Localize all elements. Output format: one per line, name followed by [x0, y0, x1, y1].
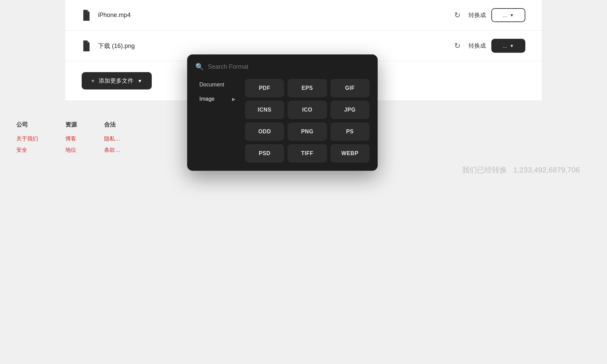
add-files-label: 添加更多文件: [99, 77, 133, 85]
counter-prefix: 我们已经转换: [462, 166, 507, 174]
file-icon-1: [82, 10, 91, 21]
refresh-icon-1[interactable]: ↻: [454, 11, 460, 20]
format-webp[interactable]: WEBP: [330, 144, 370, 163]
footer-resources-title: 资源: [65, 121, 77, 129]
format-ico[interactable]: ICO: [288, 101, 327, 119]
dropdown-body: Document Image ▶ PDF EPS GIF ICNS ICO JP…: [195, 79, 370, 163]
footer-company-title: 公司: [16, 121, 38, 129]
chevron-icon-2: ▼: [510, 44, 514, 48]
category-document[interactable]: Document: [195, 79, 240, 90]
file-row-1: iPhone.mp4 ↻ 转换成 ... ▼: [65, 0, 542, 31]
format-button-2[interactable]: ... ▼: [491, 39, 525, 53]
footer-link-terms[interactable]: 条款…: [104, 147, 120, 154]
format-tiff[interactable]: TIFF: [288, 144, 327, 163]
add-files-icon: +: [91, 78, 95, 84]
category-list: Document Image ▶: [195, 79, 240, 163]
category-document-label: Document: [199, 82, 224, 88]
footer-link-blog[interactable]: 博客: [65, 135, 77, 143]
footer-link-privacy[interactable]: 隐私…: [104, 135, 120, 143]
format-grid: PDF EPS GIF ICNS ICO JPG ODD PNG PS PSD …: [245, 79, 370, 163]
convert-label-2: 转换成: [469, 42, 486, 50]
search-row: 🔍: [195, 63, 370, 71]
format-ps[interactable]: PS: [330, 122, 370, 141]
convert-label-1: 转换成: [469, 11, 486, 19]
add-files-button[interactable]: + 添加更多文件 ▼: [82, 72, 152, 89]
footer-link-security[interactable]: 安全: [16, 147, 38, 154]
footer-col-resources: 资源 博客 地位: [65, 121, 77, 158]
footer-col-legal: 合法 隐私… 条款…: [104, 121, 120, 158]
format-button-1[interactable]: ... ▼: [491, 8, 525, 22]
file-icon-2: [82, 40, 91, 51]
format-odd[interactable]: ODD: [245, 122, 284, 141]
format-icns[interactable]: ICNS: [245, 101, 284, 119]
conversion-counter: 我们已经转换 1,233,492,6879,706: [462, 165, 580, 175]
search-icon: 🔍: [195, 63, 204, 71]
format-psd[interactable]: PSD: [245, 144, 284, 163]
file-name-1: iPhone.mp4: [98, 12, 454, 19]
format-pdf[interactable]: PDF: [245, 79, 284, 97]
chevron-icon-1: ▼: [510, 13, 514, 18]
format-jpg[interactable]: JPG: [330, 101, 370, 119]
file-name-2: 下载 (16).png: [98, 42, 454, 50]
counter-value: 1,233,492,6879,706: [513, 166, 580, 174]
refresh-icon-2[interactable]: ↻: [454, 42, 460, 50]
format-value-2: ...: [503, 43, 507, 49]
category-image-label: Image: [199, 96, 214, 102]
format-dropdown: 🔍 Document Image ▶ PDF EPS GIF ICNS ICO …: [187, 54, 378, 171]
footer-link-about[interactable]: 关于我们: [16, 135, 38, 143]
format-png[interactable]: PNG: [288, 122, 327, 141]
footer-legal-title: 合法: [104, 121, 120, 129]
format-value-1: ...: [503, 12, 507, 18]
add-files-chevron: ▼: [137, 78, 142, 84]
category-image[interactable]: Image ▶: [195, 93, 240, 105]
search-format-input[interactable]: [208, 63, 370, 70]
category-image-arrow: ▶: [232, 97, 235, 102]
footer-link-status[interactable]: 地位: [65, 147, 77, 154]
footer-col-company: 公司 关于我们 安全: [16, 121, 38, 158]
format-gif[interactable]: GIF: [330, 79, 370, 97]
format-eps[interactable]: EPS: [288, 79, 327, 97]
